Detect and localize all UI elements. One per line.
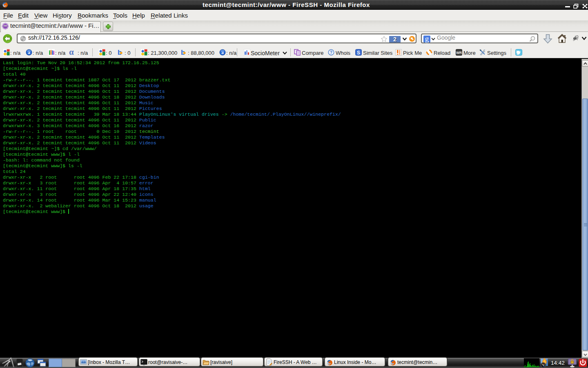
svg-text:WR: WR <box>456 51 462 55</box>
svg-text:?: ? <box>330 50 332 55</box>
svg-text:a: a <box>221 50 224 55</box>
svg-text:S: S <box>357 50 360 56</box>
svg-text:a: a <box>28 50 30 55</box>
